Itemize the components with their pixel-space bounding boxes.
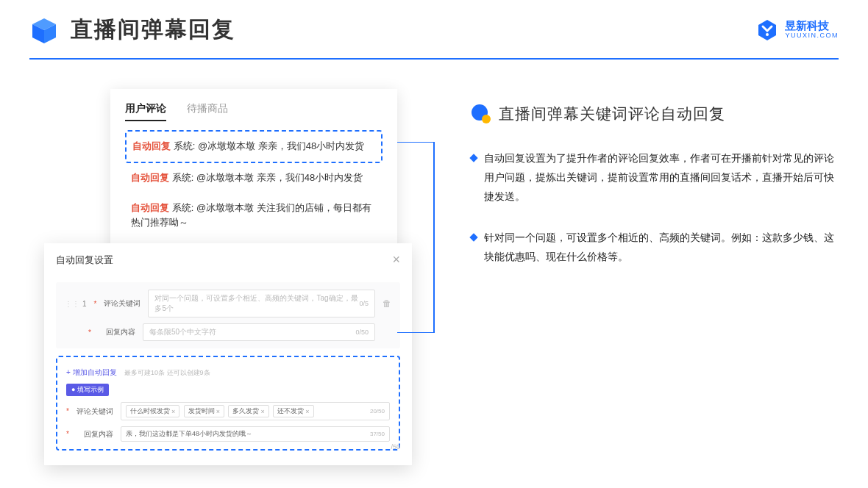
drag-icon[interactable]: ⋮⋮ <box>65 300 79 308</box>
close-icon[interactable]: × <box>392 252 400 268</box>
tab-products[interactable]: 待播商品 <box>187 102 228 121</box>
example-keyword-input[interactable]: 什么时候发货× 发货时间× 多久发货× 还不发货× 20/50 <box>121 402 390 420</box>
keyword-label: 评论关键词 <box>77 406 113 417</box>
diamond-icon <box>469 233 477 241</box>
reply-text: 亲，我们这边都是下单48小时内发货的哦～ <box>126 429 252 439</box>
tag[interactable]: 多久发货× <box>228 405 268 417</box>
placeholder: 每条限50个中文字符 <box>149 327 216 337</box>
char-count: 0/5 <box>359 300 369 307</box>
row-number: ⋮⋮ 1 <box>65 300 87 308</box>
left-stack: 用户评论 待播商品 自动回复 系统: @冰墩墩本墩 亲亲，我们48小时内发货 自… <box>44 89 412 434</box>
comment-text: @冰墩墩本墩 亲亲，我们48小时内发货 <box>196 172 363 183</box>
tag[interactable]: 什么时候发货× <box>126 405 179 417</box>
required-icon: * <box>88 329 91 337</box>
brand: 昱新科技 YUUXIN.COM <box>755 18 839 42</box>
tag[interactable]: 发货时间× <box>184 405 224 417</box>
example-section: + 增加自动回复 最多可建10条 还可以创建9条 ● 填写示例 * 评论关键词 … <box>56 356 400 451</box>
keyword-input[interactable]: 对同一个问题，可设置多个相近、高频的关键词，Tag确定，最多5个 0/5 <box>148 290 375 317</box>
add-link-row: + 增加自动回复 最多可建10条 还可以创建9条 <box>66 365 390 378</box>
comment-text: @冰墩墩本墩 亲亲，我们48小时内发货 <box>198 140 364 151</box>
bullet-item: 针对同一个问题，可设置多个相近的、高频的关键词。例如：这款多少钱、这块能优惠吗、… <box>471 229 839 267</box>
tab-user-comments[interactable]: 用户评论 <box>125 102 166 121</box>
section-title: 直播间弹幕关键词评论自动回复 <box>499 104 725 124</box>
chat-bubble-icon <box>471 104 491 124</box>
reply-label: 回复内容 <box>99 327 135 337</box>
example-reply-row: * 回复内容 亲，我们这边都是下单48小时内发货的哦～ 37/50 <box>66 426 390 442</box>
add-hint: 最多可建10条 还可以创建9条 <box>124 369 210 376</box>
auto-reply-label: 自动回复 <box>131 202 169 213</box>
bullet-item: 自动回复设置为了提升作者的评论回复效率，作者可在开播前针对常见的评论用户问题，提… <box>471 149 839 207</box>
brand-name: 昱新科技 <box>785 20 839 32</box>
modal-title: 自动回复设置 <box>56 254 113 267</box>
bullet-text: 自动回复设置为了提升作者的评论回复效率，作者可在开播前针对常见的评论用户问题，提… <box>484 149 839 207</box>
example-badge: ● 填写示例 <box>66 384 109 396</box>
comment-row: 自动回复 系统: @冰墩墩本墩 关注我们的店铺，每日都有热门推荐呦～ <box>125 193 383 239</box>
add-auto-reply-link[interactable]: + 增加自动回复 <box>66 368 117 376</box>
svg-point-3 <box>766 33 769 36</box>
bullet-text: 针对同一个问题，可设置多个相近的、高频的关键词。例如：这款多少钱、这块能优惠吗、… <box>484 229 839 267</box>
auto-reply-label: 自动回复 <box>132 140 171 151</box>
placeholder: 对同一个问题，可设置多个相近、高频的关键词，Tag确定，最多5个 <box>154 293 359 314</box>
reply-input[interactable]: 每条限50个中文字符 0/50 <box>143 323 375 341</box>
header-left: 直播间弹幕回复 <box>29 15 235 45</box>
example-keyword-row: * 评论关键词 什么时候发货× 发货时间× 多久发货× 还不发货× 20/50 <box>66 402 390 420</box>
system-label: 系统: <box>172 202 194 213</box>
brand-logo-icon <box>755 18 779 42</box>
comment-row: 自动回复 系统: @冰墩墩本墩 亲亲，我们48小时内发货 <box>127 132 381 162</box>
trailing-count: /50 <box>391 443 400 451</box>
required-icon: * <box>66 430 69 438</box>
system-label: 系统: <box>174 140 196 151</box>
trash-icon[interactable]: 🗑 <box>383 298 391 309</box>
required-icon: * <box>94 300 97 308</box>
content: 用户评论 待播商品 自动回复 系统: @冰墩墩本墩 亲亲，我们48小时内发货 自… <box>0 60 868 434</box>
page-title: 直播间弹幕回复 <box>71 15 235 45</box>
highlighted-comment: 自动回复 系统: @冰墩墩本墩 亲亲，我们48小时内发货 <box>125 130 383 163</box>
char-count: 0/50 <box>355 329 369 336</box>
brand-url: YUUXIN.COM <box>785 32 839 40</box>
svg-point-5 <box>482 115 491 123</box>
tag[interactable]: 还不发货× <box>273 405 313 417</box>
keyword-label: 评论关键词 <box>104 298 140 309</box>
diamond-icon <box>469 154 477 162</box>
tabs: 用户评论 待播商品 <box>125 102 383 121</box>
right-column: 直播间弹幕关键词评论自动回复 自动回复设置为了提升作者的评论回复效率，作者可在开… <box>471 89 839 434</box>
auto-reply-label: 自动回复 <box>131 172 169 183</box>
cube-icon <box>29 15 59 45</box>
char-count: 20/50 <box>370 408 385 415</box>
example-reply-input[interactable]: 亲，我们这边都是下单48小时内发货的哦～ 37/50 <box>121 426 390 442</box>
right-heading: 直播间弹幕关键词评论自动回复 <box>471 104 839 124</box>
system-label: 系统: <box>172 172 194 183</box>
header: 直播间弹幕回复 昱新科技 YUUXIN.COM <box>0 0 868 45</box>
required-icon: * <box>66 407 69 415</box>
keyword-row: ⋮⋮ 1 * 评论关键词 对同一个问题，可设置多个相近、高频的关键词，Tag确定… <box>65 290 391 317</box>
modal-header: 自动回复设置 × <box>56 252 400 273</box>
reply-label: 回复内容 <box>77 429 113 439</box>
brand-text: 昱新科技 YUUXIN.COM <box>785 20 839 39</box>
settings-modal: 自动回复设置 × ⋮⋮ 1 * 评论关键词 对同一个问题，可设置多个相近、高频的… <box>44 243 412 465</box>
char-count: 37/50 <box>370 431 385 437</box>
comment-row: 自动回复 系统: @冰墩墩本墩 亲亲，我们48小时内发货 <box>125 163 383 193</box>
form-block: ⋮⋮ 1 * 评论关键词 对同一个问题，可设置多个相近、高频的关键词，Tag确定… <box>56 282 400 348</box>
reply-row: * 回复内容 每条限50个中文字符 0/50 <box>65 323 391 341</box>
